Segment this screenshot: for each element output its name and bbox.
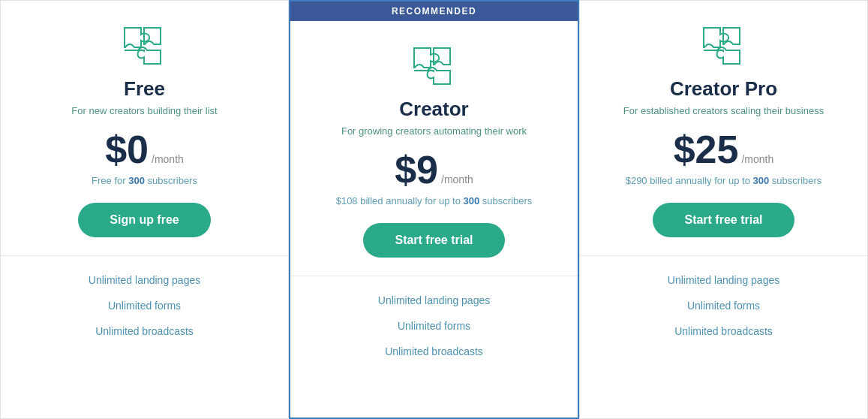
plan-price-row-creator-pro: $25 /month (674, 130, 774, 169)
feature-item: Unlimited broadcasts (95, 325, 194, 337)
plan-name-free: Free (124, 77, 165, 101)
feature-item: Unlimited broadcasts (385, 345, 483, 357)
plan-description-creator: For growing creators automating their wo… (341, 125, 527, 137)
plan-top-creator-pro: Creator Pro For established creators sca… (580, 1, 867, 256)
plan-name-creator-pro: Creator Pro (670, 77, 777, 101)
plan-price-period-free: /month (152, 153, 184, 165)
plan-billing-bold-creator: 300 (464, 195, 480, 206)
plan-price-creator-pro: $25 (674, 130, 739, 169)
plan-button-creator[interactable]: Start free trial (363, 223, 504, 258)
feature-item: Unlimited forms (687, 300, 760, 312)
plan-card-creator-pro: Creator Pro For established creators sca… (579, 0, 868, 419)
plan-icon-creator (408, 42, 461, 87)
plan-name-creator: Creator (399, 98, 468, 121)
plan-features-creator: Unlimited landing pagesUnlimited formsUn… (290, 276, 578, 375)
plan-billing-creator: $108 billed annually for up to 300 subsc… (336, 195, 533, 206)
plan-button-creator-pro[interactable]: Start free trial (653, 203, 794, 237)
plan-card-free: Free For new creators building their lis… (0, 0, 289, 419)
plan-billing-free: Free for 300 subscribers (92, 175, 197, 186)
plan-features-creator-pro: Unlimited landing pagesUnlimited formsUn… (580, 256, 867, 355)
plan-billing-bold-free: 300 (128, 175, 145, 186)
plan-price-row-creator: $9 /month (395, 150, 473, 189)
recommended-badge: RECOMMENDED (290, 2, 578, 21)
plan-price-period-creator-pro: /month (741, 153, 773, 165)
plan-icon-free (119, 22, 171, 67)
plan-price-period-creator: /month (441, 173, 473, 185)
plan-icon-creator-pro (698, 22, 750, 67)
plan-price-row-free: $0 /month (105, 130, 184, 169)
plan-billing-creator-pro: $290 billed annually for up to 300 subsc… (626, 175, 822, 186)
plan-price-creator: $9 (395, 150, 438, 189)
plan-features-free: Unlimited landing pagesUnlimited formsUn… (1, 256, 288, 355)
pricing-container: Free For new creators building their lis… (0, 0, 868, 419)
feature-item: Unlimited broadcasts (674, 325, 773, 337)
plan-card-creator: RECOMMENDED Creator For growing creators… (289, 0, 579, 419)
plan-description-creator-pro: For established creators scaling their b… (623, 105, 824, 116)
plan-button-free[interactable]: Sign up free (78, 203, 210, 237)
feature-item: Unlimited landing pages (378, 294, 490, 306)
plan-price-free: $0 (105, 130, 149, 169)
plan-billing-bold-creator-pro: 300 (753, 175, 770, 186)
plan-description-free: For new creators building their list (71, 105, 217, 116)
feature-item: Unlimited landing pages (668, 274, 779, 286)
feature-item: Unlimited forms (398, 320, 470, 332)
plan-top-creator: Creator For growing creators automating … (290, 21, 578, 276)
feature-item: Unlimited forms (108, 300, 181, 312)
plan-top-free: Free For new creators building their lis… (1, 1, 288, 256)
feature-item: Unlimited landing pages (89, 274, 200, 286)
